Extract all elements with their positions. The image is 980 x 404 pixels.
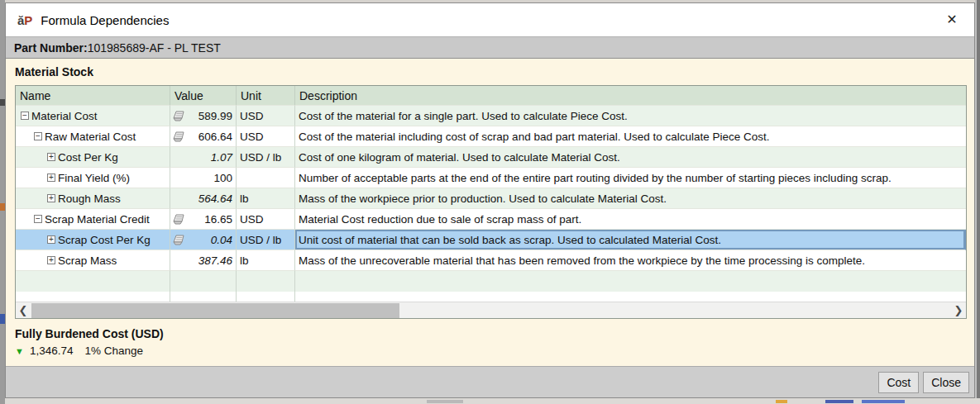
calculated-value-icon bbox=[173, 131, 185, 142]
tree-indent bbox=[18, 260, 47, 261]
tree-indent bbox=[18, 178, 47, 178]
apriori-logo: ăP bbox=[17, 13, 32, 27]
tree-expander-icon[interactable]: + bbox=[47, 153, 55, 161]
row-unit: USD / lb bbox=[237, 147, 295, 168]
tree-indent bbox=[18, 219, 34, 220]
fully-burdened-cost-value: 1,346.74 bbox=[30, 345, 74, 357]
tree-expander-icon[interactable]: + bbox=[47, 235, 55, 244]
row-name-cell: − Raw Material Cost bbox=[16, 126, 170, 147]
row-name-cell: + Scrap Cost Per Kg bbox=[16, 230, 170, 250]
background-app-bottom-sliver bbox=[0, 398, 980, 404]
row-unit: USD bbox=[237, 106, 295, 126]
tree-indent bbox=[18, 136, 34, 137]
row-value-cell: 1.07 bbox=[170, 147, 237, 168]
part-number-strip: Part Number:101985689-AF - PL TEST bbox=[6, 36, 974, 59]
cost-button[interactable]: Cost bbox=[878, 372, 919, 393]
row-name-cell: − Material Cost bbox=[16, 106, 170, 126]
row-value: 606.64 bbox=[198, 131, 232, 143]
column-header-unit[interactable]: Unit bbox=[237, 86, 295, 106]
part-number-value: 101985689-AF - PL TEST bbox=[88, 41, 221, 55]
row-name-label: Material Cost bbox=[31, 110, 98, 122]
calculated-value-icon bbox=[173, 111, 185, 121]
table-row[interactable]: + Scrap Mass 387.46 lb Mass of the unrec… bbox=[16, 250, 966, 271]
percent-change-text: 1% Change bbox=[84, 345, 143, 357]
table-row[interactable]: − Material Cost 589.99 USD Cost of the m… bbox=[16, 106, 966, 126]
tree-expander-icon[interactable]: + bbox=[47, 256, 55, 264]
scroll-left-arrow-icon[interactable]: ❮ bbox=[16, 302, 31, 319]
calculated-value-icon bbox=[173, 235, 185, 245]
section-title: Material Stock bbox=[15, 65, 974, 78]
row-name-label: Scrap Mass bbox=[58, 254, 117, 267]
row-value-cell: 589.99 bbox=[170, 106, 237, 126]
background-fragment bbox=[427, 400, 463, 403]
background-app-right-sliver bbox=[975, 0, 980, 404]
row-value-cell: 100 bbox=[170, 168, 237, 188]
tree-expander-icon[interactable]: − bbox=[34, 215, 42, 223]
calculated-value-icon bbox=[173, 214, 185, 225]
row-description: Cost of the material including cost of s… bbox=[295, 126, 966, 147]
trend-down-icon: ▼ bbox=[15, 346, 24, 356]
row-value-cell: 387.46 bbox=[170, 250, 237, 271]
material-stock-table: Name Value Unit Description − Material C… bbox=[15, 85, 967, 319]
row-value: 1.07 bbox=[211, 151, 232, 164]
row-unit: USD bbox=[237, 126, 295, 147]
row-description: Mass of the unrecoverable material that … bbox=[295, 250, 966, 271]
tree-expander-icon[interactable]: − bbox=[34, 132, 42, 140]
row-description: Number of acceptable parts at the end of… bbox=[295, 168, 966, 188]
empty-row bbox=[16, 271, 966, 292]
tree-expander-icon[interactable]: + bbox=[47, 194, 55, 202]
row-unit: USD / lb bbox=[237, 230, 295, 250]
row-value-cell: 0.04 bbox=[170, 230, 237, 250]
row-name-label: Rough Mass bbox=[58, 192, 121, 205]
row-unit: lb bbox=[237, 250, 295, 271]
dialog-button-bar: Cost Close bbox=[6, 366, 974, 397]
table-row[interactable]: − Raw Material Cost 606.64 USD Cost of t… bbox=[16, 126, 966, 147]
row-name-label: Cost Per Kg bbox=[58, 151, 118, 164]
table-row[interactable]: + Cost Per Kg 1.07 USD / lb Cost of one … bbox=[16, 147, 966, 168]
row-description: Cost of the material for a single part. … bbox=[295, 106, 966, 126]
scroll-right-arrow-icon[interactable]: ❯ bbox=[951, 302, 966, 319]
row-name-label: Raw Material Cost bbox=[45, 131, 136, 143]
tree-indent bbox=[18, 198, 47, 199]
row-description: Mass of the workpiece prior to productio… bbox=[295, 188, 966, 209]
part-number-label: Part Number: bbox=[14, 41, 88, 55]
row-value-cell: 606.64 bbox=[170, 126, 237, 147]
title-bar[interactable]: ăP Formula Dependencies ✕ bbox=[6, 3, 974, 36]
close-button[interactable]: Close bbox=[923, 372, 969, 393]
fully-burdened-cost-label: Fully Burdened Cost (USD) bbox=[15, 327, 974, 340]
row-value-cell: 16.65 bbox=[170, 209, 237, 230]
tree-expander-icon[interactable]: + bbox=[47, 173, 55, 182]
scrollbar-thumb[interactable] bbox=[31, 303, 399, 318]
row-value: 16.65 bbox=[204, 213, 232, 226]
background-fragment bbox=[862, 400, 905, 403]
row-unit bbox=[237, 168, 295, 188]
row-name-cell: + Scrap Mass bbox=[16, 250, 170, 271]
window-title: Formula Dependencies bbox=[41, 13, 169, 27]
column-header-name[interactable]: Name bbox=[16, 86, 170, 106]
background-fragment bbox=[776, 400, 787, 403]
row-name-label: Final Yield (%) bbox=[58, 172, 130, 184]
row-value: 100 bbox=[213, 172, 232, 184]
tree-indent bbox=[18, 240, 47, 240]
row-name-cell: + Cost Per Kg bbox=[16, 147, 170, 168]
row-name-label: Scrap Material Credit bbox=[45, 213, 150, 226]
background-fragment bbox=[825, 400, 853, 403]
tree-expander-icon[interactable]: − bbox=[21, 112, 29, 120]
column-header-description[interactable]: Description bbox=[295, 86, 966, 106]
row-value: 387.46 bbox=[198, 254, 232, 267]
close-icon[interactable]: ✕ bbox=[943, 11, 961, 29]
table-row[interactable]: + Rough Mass 564.64 lb Mass of the workp… bbox=[16, 188, 966, 209]
row-description: Cost of one kilogram of material. Used t… bbox=[295, 147, 966, 168]
row-value: 564.64 bbox=[198, 192, 232, 205]
column-header-value[interactable]: Value bbox=[170, 86, 237, 106]
dialog-content: Material Stock Name Value Unit Descripti… bbox=[6, 59, 974, 366]
table-row[interactable]: + Final Yield (%) 100 Number of acceptab… bbox=[16, 168, 966, 188]
table-header-row: Name Value Unit Description bbox=[16, 86, 966, 106]
table-row[interactable]: + Scrap Cost Per Kg 0.04 USD / lb Unit c… bbox=[16, 230, 966, 250]
row-name-label: Scrap Cost Per Kg bbox=[58, 234, 151, 246]
table-row[interactable]: − Scrap Material Credit 16.65 USD Materi… bbox=[16, 209, 966, 230]
formula-dependencies-dialog: ăP Formula Dependencies ✕ Part Number:10… bbox=[5, 2, 975, 398]
row-unit: USD bbox=[237, 209, 295, 230]
horizontal-scrollbar[interactable]: ❮ ❯ bbox=[16, 302, 966, 318]
fully-burdened-cost-line: ▼ 1,346.74 1% Change bbox=[15, 345, 974, 357]
